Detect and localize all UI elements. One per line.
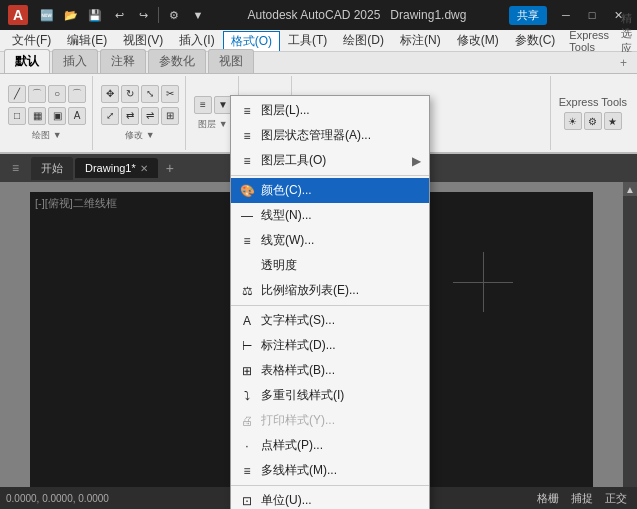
transparency-icon	[239, 258, 255, 274]
dropdown-units[interactable]: ⊡ 单位(U)...	[231, 488, 429, 509]
linetype-icon: —	[239, 208, 255, 224]
linewidth-icon: ≡	[239, 233, 255, 249]
menu-params[interactable]: 参数(C)	[507, 30, 564, 51]
scale-icon: ⚖	[239, 283, 255, 299]
dropdown-linetype[interactable]: — 线型(N)...	[231, 203, 429, 228]
right-scrollbar[interactable]: ▲ ▼	[623, 182, 637, 509]
menu-dimension[interactable]: 标注(N)	[392, 30, 449, 51]
polyline-tool[interactable]: ⌒	[28, 85, 46, 103]
separator	[158, 7, 159, 23]
title-text: Autodesk AutoCAD 2025 Drawing1.dwg	[209, 8, 505, 22]
dropdown-scale-list[interactable]: ⚖ 比例缩放列表(E)...	[231, 278, 429, 303]
new-btn[interactable]: 🆕	[36, 4, 58, 26]
extend-tool[interactable]: ⤢	[101, 107, 119, 125]
undo-btn[interactable]: ↩	[108, 4, 130, 26]
line-tool[interactable]: ╱	[8, 85, 26, 103]
array-tool[interactable]: ⊞	[161, 107, 179, 125]
open-btn[interactable]: 📂	[60, 4, 82, 26]
dropdown-layer-state[interactable]: ≡ 图层状态管理器(A)...	[231, 123, 429, 148]
text-tool[interactable]: A	[68, 107, 86, 125]
rotate-tool[interactable]: ↻	[121, 85, 139, 103]
ribbon-tab-add[interactable]: +	[614, 53, 633, 73]
tab-annotation[interactable]: 注释	[100, 49, 146, 73]
tab-default[interactable]: 默认	[4, 49, 50, 73]
doc-tab-add-btn[interactable]: +	[160, 160, 180, 176]
circle-tool[interactable]: ○	[48, 85, 66, 103]
layer-state-icon: ≡	[239, 128, 255, 144]
move-tool[interactable]: ✥	[101, 85, 119, 103]
menu-format[interactable]: 格式(O)	[223, 31, 280, 51]
menu-draw[interactable]: 绘图(D)	[335, 30, 392, 51]
trim-tool[interactable]: ✂	[161, 85, 179, 103]
mleader-icon: ⤵	[239, 388, 255, 404]
ortho-btn[interactable]: 正交	[601, 491, 631, 506]
dropdown-text-style[interactable]: A 文字样式(S)...	[231, 308, 429, 333]
region-tool[interactable]: ▣	[48, 107, 66, 125]
tab-parametric[interactable]: 参数化	[148, 49, 206, 73]
grid-btn[interactable]: 格栅	[533, 491, 563, 506]
extra-btn1[interactable]: ⚙	[163, 4, 185, 26]
menu-file[interactable]: 文件(F)	[4, 30, 59, 51]
ribbon-modify-group: ✥ ↻ ⤡ ✂ ⤢ ⇄ ⇌ ⊞ 修改 ▼	[95, 76, 186, 150]
redo-btn[interactable]: ↪	[132, 4, 154, 26]
rect-tool[interactable]: □	[8, 107, 26, 125]
units-icon: ⊡	[239, 493, 255, 509]
dim-style-icon: ⊢	[239, 338, 255, 354]
layer-manager[interactable]: ≡	[194, 96, 212, 114]
snap-btn[interactable]: 捕捉	[567, 491, 597, 506]
tab-view[interactable]: 视图	[208, 49, 254, 73]
menu-insert[interactable]: 插入(I)	[171, 30, 222, 51]
express-tool3[interactable]: ★	[604, 112, 622, 130]
dropdown-layer-tools[interactable]: ≡ 图层工具(O) ▶	[231, 148, 429, 173]
tab-start[interactable]: 开始	[31, 157, 73, 180]
mirror-tool[interactable]: ⇌	[141, 107, 159, 125]
dropdown-print-style: 🖨 打印样式(Y)...	[231, 408, 429, 433]
offset-tool[interactable]: ⇄	[121, 107, 139, 125]
layers-label: 图层 ▼	[198, 118, 227, 131]
hatch-tool[interactable]: ▦	[28, 107, 46, 125]
menu-tools[interactable]: 工具(T)	[280, 30, 335, 51]
crosshair	[453, 252, 513, 312]
save-btn[interactable]: 💾	[84, 4, 106, 26]
dropdown-section-styles: A 文字样式(S)... ⊢ 标注样式(D)... ⊞ 表格样式(B)... ⤵…	[231, 306, 429, 486]
color-icon: 🎨	[239, 183, 255, 199]
express-tools-panel-label: Express Tools	[559, 96, 627, 108]
hamburger-btn[interactable]: ≡	[4, 157, 27, 179]
menu-edit[interactable]: 编辑(E)	[59, 30, 115, 51]
modify-label: 修改 ▼	[125, 129, 154, 142]
text-style-icon: A	[239, 313, 255, 329]
dropdown-table-style[interactable]: ⊞ 表格样式(B)...	[231, 358, 429, 383]
dropdown-layers[interactable]: ≡ 图层(L)...	[231, 98, 429, 123]
menu-view[interactable]: 视图(V)	[115, 30, 171, 51]
mline-style-icon: ≡	[239, 463, 255, 479]
dropdown-color[interactable]: 🎨 颜色(C)...	[231, 178, 429, 203]
maximize-btn[interactable]: □	[581, 4, 603, 26]
dropdown-section-units: ⊡ 单位(U)... ⬜ 厚度(T) ⬜ 图形界限(I)	[231, 486, 429, 509]
express-tool2[interactable]: ⚙	[584, 112, 602, 130]
dropdown-mline-style[interactable]: ≡ 多线样式(M)...	[231, 458, 429, 483]
app-icon: A	[8, 5, 28, 25]
minimize-btn[interactable]: ─	[555, 4, 577, 26]
dropdown-dim-style[interactable]: ⊢ 标注样式(D)...	[231, 333, 429, 358]
scroll-up-btn[interactable]: ▲	[623, 182, 637, 196]
express-tools-label[interactable]: Express Tools	[563, 29, 615, 53]
dropdown-point-style[interactable]: · 点样式(P)...	[231, 433, 429, 458]
scale-tool[interactable]: ⤡	[141, 85, 159, 103]
tab-insert[interactable]: 插入	[52, 49, 98, 73]
layer-tools-icon: ≡	[239, 153, 255, 169]
ribbon-tabs: 默认 插入 注释 参数化 视图 +	[0, 52, 637, 74]
tab-close-btn[interactable]: ✕	[140, 163, 148, 174]
table-style-icon: ⊞	[239, 363, 255, 379]
dropdown-linewidth[interactable]: ≡ 线宽(W)...	[231, 228, 429, 253]
express-tool1[interactable]: ☀	[564, 112, 582, 130]
ribbon-draw-group: ╱ ⌒ ○ ⌒ □ ▦ ▣ A 绘图 ▼	[2, 76, 93, 150]
arc-tool[interactable]: ⌒	[68, 85, 86, 103]
menu-modify[interactable]: 修改(M)	[449, 30, 507, 51]
title-bar: A 🆕 📂 💾 ↩ ↪ ⚙ ▼ Autodesk AutoCAD 2025 Dr…	[0, 0, 637, 30]
dropdown-menu: ≡ 图层(L)... ≡ 图层状态管理器(A)... ≡ 图层工具(O) ▶ 🎨…	[230, 95, 430, 509]
tab-drawing1[interactable]: Drawing1* ✕	[75, 158, 158, 178]
dropdown-transparency[interactable]: 透明度	[231, 253, 429, 278]
share-button[interactable]: 共享	[509, 6, 547, 25]
dropdown-mleader-style[interactable]: ⤵ 多重引线样式(I)	[231, 383, 429, 408]
extra-btn2[interactable]: ▼	[187, 4, 209, 26]
